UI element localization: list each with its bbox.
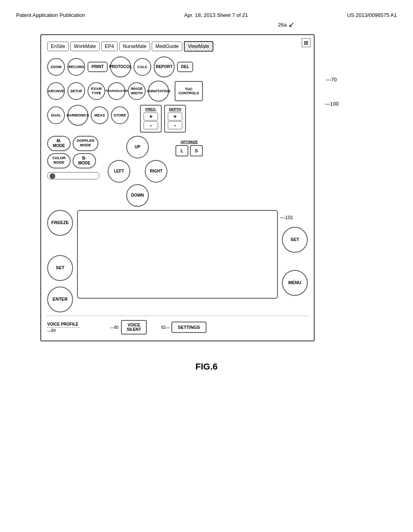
- tab-ensite[interactable]: EnSite: [47, 42, 69, 51]
- zoom-button[interactable]: ZOOM: [47, 58, 65, 76]
- harmonics-button[interactable]: HARMONICS: [67, 105, 88, 126]
- down-button[interactable]: DOWN: [126, 184, 149, 207]
- tab-nursemate[interactable]: NurseMate: [119, 42, 150, 51]
- del-button[interactable]: DEL: [177, 62, 193, 72]
- row4-container: M-MODE DOPPLERMODE COLORMODE B-MODE: [47, 136, 308, 207]
- setup-button[interactable]: SETUP: [67, 82, 85, 100]
- page: Patent Application Publication Apr. 18, …: [0, 0, 413, 532]
- nav-pad: UP LEFT RIGHT DOWN: [108, 136, 167, 207]
- slider[interactable]: [47, 172, 100, 179]
- protocol-button[interactable]: PROTOCOL: [110, 56, 131, 77]
- optimize-s-button[interactable]: S: [190, 145, 203, 156]
- freq-depth-container: FREQ. + - DEPTH + -: [140, 105, 186, 133]
- middle-section: FREEZE SET ENTER —101 SET MENU: [47, 210, 308, 312]
- archive-button[interactable]: ARCHIVE: [47, 82, 65, 100]
- print-button[interactable]: PRINT: [88, 62, 108, 72]
- touchpad[interactable]: —101: [77, 210, 278, 299]
- voice-silent-section: —80 VOICESILENT: [110, 320, 147, 335]
- optimize-buttons: L S: [175, 145, 203, 156]
- meas-button[interactable]: MEAS: [91, 106, 108, 124]
- tgc-controls[interactable]: TGCCONTROLS: [175, 81, 203, 101]
- close-button[interactable]: ⊠: [302, 38, 311, 47]
- freq-label: FREQ.: [142, 107, 160, 111]
- header-right: US 2013/0096575 A1: [347, 12, 397, 18]
- patent-header: Patent Application Publication Apr. 18, …: [16, 12, 397, 18]
- slider-thumb: [50, 173, 55, 179]
- label-89: —89: [47, 328, 79, 333]
- diagram-wrapper: 26a ↙ ⊠ EnSite WorkMate EP4 NurseMate Me…: [40, 34, 315, 341]
- header-left: Patent Application Publication: [16, 12, 85, 18]
- annotation-button[interactable]: ANNOTATION: [148, 81, 169, 102]
- tab-viewmate[interactable]: ViewMate: [184, 41, 213, 52]
- menu-button[interactable]: MENU: [282, 270, 308, 296]
- freq-box: FREQ. + -: [140, 105, 162, 133]
- settings-section: 82— SETTINGS: [161, 322, 206, 333]
- dual-button[interactable]: DUAL: [47, 106, 65, 124]
- voice-profile-label: VOICE PROFILE: [47, 322, 79, 326]
- depth-label: DEPTH: [166, 107, 184, 111]
- image-width-button[interactable]: IMAGEWIDTH: [128, 82, 146, 100]
- optimize-label: OPTIMIZE: [181, 140, 198, 144]
- b-mode-button[interactable]: B-MODE: [73, 153, 96, 168]
- right-action-buttons: SET MENU: [282, 210, 308, 312]
- settings-button[interactable]: SETTINGS: [171, 322, 206, 333]
- enter-button[interactable]: ENTER: [47, 287, 73, 312]
- diagram-label-26a: 26a ↙: [278, 20, 294, 29]
- m-mode-button[interactable]: M-MODE: [47, 136, 71, 151]
- voice-profile-line-89: [47, 327, 79, 328]
- doppler-mode-button[interactable]: DOPPLERMODE: [73, 136, 98, 151]
- row2: ARCHIVE SETUP EXAMTYPE TRANSDUCER IMAGEW…: [47, 81, 308, 102]
- depth-plus-button[interactable]: +: [168, 112, 182, 121]
- record-button[interactable]: RECORD: [67, 58, 85, 76]
- figure-caption: FIG.6: [16, 362, 397, 372]
- freq-plus-button[interactable]: +: [144, 112, 158, 121]
- depth-minus-button[interactable]: -: [168, 121, 182, 129]
- main-content: 26a ↙ ⊠ EnSite WorkMate EP4 NurseMate Me…: [16, 26, 397, 349]
- store-button[interactable]: STORE: [111, 106, 129, 124]
- set-button-left[interactable]: SET: [47, 255, 73, 281]
- tab-ep4[interactable]: EP4: [101, 42, 118, 51]
- mode-buttons: M-MODE DOPPLERMODE COLORMODE B-MODE: [47, 136, 100, 179]
- side-label-70: —70: [326, 77, 337, 83]
- left-action-buttons: FREEZE SET ENTER: [47, 210, 73, 312]
- voice-profile-section: VOICE PROFILE —89: [47, 322, 79, 333]
- report-button[interactable]: REPORT: [154, 56, 175, 77]
- color-mode-button[interactable]: COLORMODE: [47, 153, 71, 168]
- side-label-100: —100: [325, 101, 339, 107]
- left-button[interactable]: LEFT: [108, 160, 130, 183]
- tab-row: EnSite WorkMate EP4 NurseMate MediGuide …: [47, 41, 308, 52]
- label-82: 82—: [161, 325, 170, 330]
- tab-mediguide[interactable]: MediGuide: [152, 42, 182, 51]
- device-panel: ⊠ EnSite WorkMate EP4 NurseMate MediGuid…: [40, 34, 315, 341]
- label-101: —101: [280, 215, 293, 220]
- tab-workmate[interactable]: WorkMate: [70, 42, 99, 51]
- set-button-right[interactable]: SET: [282, 227, 308, 253]
- optimize-container: OPTIMIZE L S: [175, 140, 203, 156]
- up-button[interactable]: UP: [126, 136, 149, 158]
- row3-container: DUAL HARMONICS MEAS STORE FREQ. + -: [47, 105, 308, 133]
- optimize-l-button[interactable]: L: [175, 145, 188, 156]
- label-80: —80: [110, 325, 119, 330]
- row3: DUAL HARMONICS MEAS STORE: [47, 105, 129, 126]
- row1: ZOOM RECORD PRINT PROTOCOL CALC REPORT D…: [47, 56, 308, 77]
- transducer-button[interactable]: TRANSDUCER: [108, 82, 125, 100]
- bottom-area: VOICE PROFILE —89 —80 VOICESILENT 82— SE…: [47, 316, 308, 335]
- right-button[interactable]: RIGHT: [145, 160, 167, 183]
- freeze-button[interactable]: FREEZE: [47, 210, 73, 236]
- depth-box: DEPTH + -: [164, 105, 186, 133]
- header-middle: Apr. 18, 2013 Sheet 7 of 21: [184, 12, 248, 18]
- exam-type-button[interactable]: EXAMTYPE: [88, 82, 105, 100]
- calc-button[interactable]: CALC: [133, 58, 151, 76]
- bottom-row: VOICE PROFILE —89 —80 VOICESILENT 82— SE…: [47, 320, 308, 335]
- voice-silent-button[interactable]: VOICESILENT: [121, 320, 147, 335]
- freq-minus-button[interactable]: -: [144, 121, 158, 129]
